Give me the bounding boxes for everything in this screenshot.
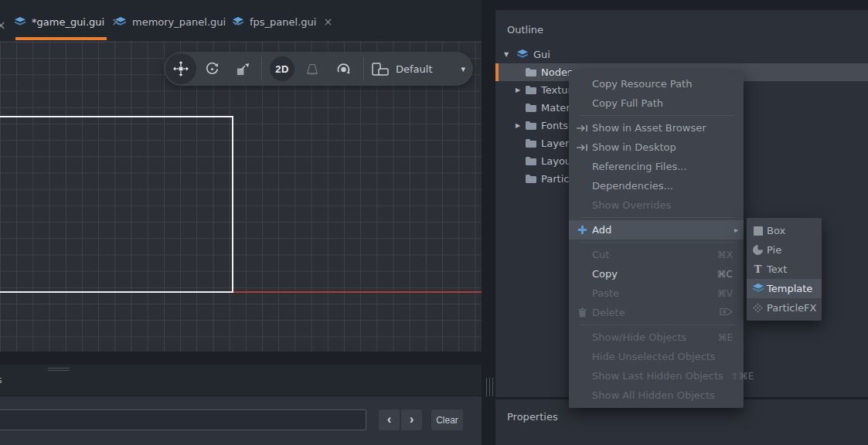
rotate-tool-button[interactable] (199, 56, 224, 81)
prev-result-button[interactable]: ‹ (379, 409, 400, 430)
menu-separator (580, 324, 734, 325)
submenu-item-pie[interactable]: Pie (747, 240, 822, 260)
menu-item-copy-resource-path[interactable]: Copy Resource Path (569, 74, 744, 93)
move-tool-icon (173, 61, 189, 76)
submenu-item-label: Template (767, 283, 812, 294)
jump-to-icon (575, 124, 590, 132)
gui-scene-icon (516, 49, 529, 59)
editor-tab-bar: × *game_gui.gui × memory_panel.gui × fps… (0, 0, 482, 41)
gui-scene-icon (14, 17, 26, 27)
menu-item-label: Referencing Files... (592, 161, 687, 172)
menu-shortcut: ⌘X (717, 250, 733, 260)
jump-to-icon (575, 144, 590, 151)
submenu-item-label: Box (767, 225, 785, 236)
perspective-camera-button[interactable] (300, 56, 325, 81)
plus-icon (575, 225, 590, 235)
submenu-item-box[interactable]: Box (747, 221, 822, 240)
tab-label: memory_panel.gui (132, 16, 226, 28)
particlefx-icon (751, 303, 764, 313)
chevron-down-icon[interactable]: ▼ (503, 51, 516, 58)
submenu-item-particlefx[interactable]: ParticleFX (747, 298, 822, 318)
menu-shortcut: ⌘C (717, 269, 733, 280)
menu-item-copy-full-path[interactable]: Copy Full Path (569, 93, 744, 113)
chevron-right-icon[interactable]: ▶ (515, 87, 526, 93)
menu-item-show-in-asset-browser[interactable]: Show in Asset Browser (569, 118, 744, 138)
tree-item-gui[interactable]: ▼ Gui (495, 46, 868, 63)
menu-item-label: Show Overrides (592, 199, 671, 211)
menu-item-label: Show in Desktop (592, 141, 676, 153)
folder-icon (526, 121, 536, 130)
submenu-item-label: Text (767, 263, 787, 275)
menu-shortcut: ⌘E (717, 332, 733, 343)
tab-label: *game_gui.gui (32, 16, 104, 28)
menu-item-cut: Cut ⌘X (569, 245, 744, 264)
menu-item-label: Dependencies... (592, 180, 673, 192)
scene-viewport[interactable]: 2D Default ▾ (0, 41, 482, 352)
menu-item-add[interactable]: Add ▸ (569, 220, 744, 239)
camera-rotate-button[interactable] (331, 56, 356, 81)
vertical-splitter[interactable] (486, 378, 493, 396)
menu-item-dependencies[interactable]: Dependencies... (569, 176, 744, 195)
menu-item-label: Delete (592, 307, 625, 318)
menu-separator (580, 115, 734, 116)
delete-key-icon (720, 307, 733, 318)
properties-title: Properties (507, 411, 558, 423)
search-input[interactable] (0, 409, 366, 430)
template-icon (751, 284, 764, 294)
display-profile-dropdown[interactable]: Default ▾ (366, 56, 465, 81)
camera-rotate-icon (336, 62, 351, 76)
tree-item-label: Nodes (541, 66, 573, 78)
perspective-camera-icon (305, 63, 319, 76)
menu-item-copy[interactable]: Copy ⌘C (569, 264, 744, 284)
folder-icon (526, 157, 536, 165)
tab-memory-panel[interactable]: memory_panel.gui × (114, 11, 242, 32)
menu-item-label: Copy Full Path (592, 97, 663, 109)
x-axis-line (233, 291, 482, 293)
next-result-button[interactable]: › (401, 409, 422, 430)
profile-label: Default (396, 63, 433, 75)
defold-editor-window: × *game_gui.gui × memory_panel.gui × fps… (0, 0, 868, 445)
menu-separator (580, 217, 734, 218)
folder-icon (526, 68, 536, 76)
text-icon: T (751, 263, 764, 275)
menu-item-label: Show Last Hidden Objects (592, 370, 723, 382)
device-icon (372, 63, 389, 76)
2d-mode-button[interactable]: 2D (270, 56, 294, 81)
menu-item-label: Show All Hidden Objects (592, 389, 715, 401)
toolbar-separator (363, 57, 364, 80)
menu-item-referencing-files[interactable]: Referencing Files... (569, 157, 744, 176)
menu-item-hide-unselected-objects: Hide Unselected Objects (569, 347, 744, 366)
menu-item-show-in-desktop[interactable]: Show in Desktop (569, 138, 744, 157)
menu-item-show-all-hidden-objects: Show All Hidden Objects (569, 386, 744, 405)
tree-item-label: Gui (533, 49, 550, 60)
chevron-right-icon[interactable]: ▶ (515, 122, 526, 129)
clear-button[interactable]: Clear (431, 409, 463, 430)
folder-icon (526, 104, 536, 112)
context-menu: Copy Resource Path Copy Full Path Show i… (569, 71, 744, 408)
menu-item-label: Hide Unselected Objects (592, 351, 716, 362)
close-icon[interactable]: × (0, 19, 6, 32)
toolbar-separator (261, 57, 262, 80)
horizontal-splitter[interactable] (48, 368, 70, 371)
chevron-down-icon: ▾ (461, 64, 466, 74)
pie-icon (751, 245, 764, 255)
tab-game-gui[interactable]: *game_gui.gui × (14, 11, 121, 32)
tab-fps-panel[interactable]: fps_panel.gui × (232, 11, 332, 32)
submenu-item-label: Pie (767, 244, 781, 256)
menu-item-label: Show/Hide Objects (592, 331, 686, 343)
menu-separator (580, 242, 734, 243)
trash-icon (575, 307, 590, 318)
close-icon[interactable]: × (322, 15, 332, 28)
gui-bounds-rect (0, 116, 233, 293)
scale-tool-button[interactable] (230, 56, 255, 81)
menu-item-label: Cut (592, 249, 609, 260)
move-tool-button[interactable] (165, 53, 196, 84)
folder-icon (526, 175, 536, 183)
menu-item-label: Show in Asset Browser (592, 122, 706, 134)
tab-label: fps_panel.gui (250, 16, 316, 28)
submenu-item-template[interactable]: Template (747, 279, 822, 298)
submenu-item-text[interactable]: T Text (747, 260, 822, 279)
menu-shortcut: ⇧⌘E (731, 371, 754, 382)
menu-item-paste: Paste ⌘V (569, 284, 744, 303)
bottom-panel-header: s (0, 365, 482, 396)
